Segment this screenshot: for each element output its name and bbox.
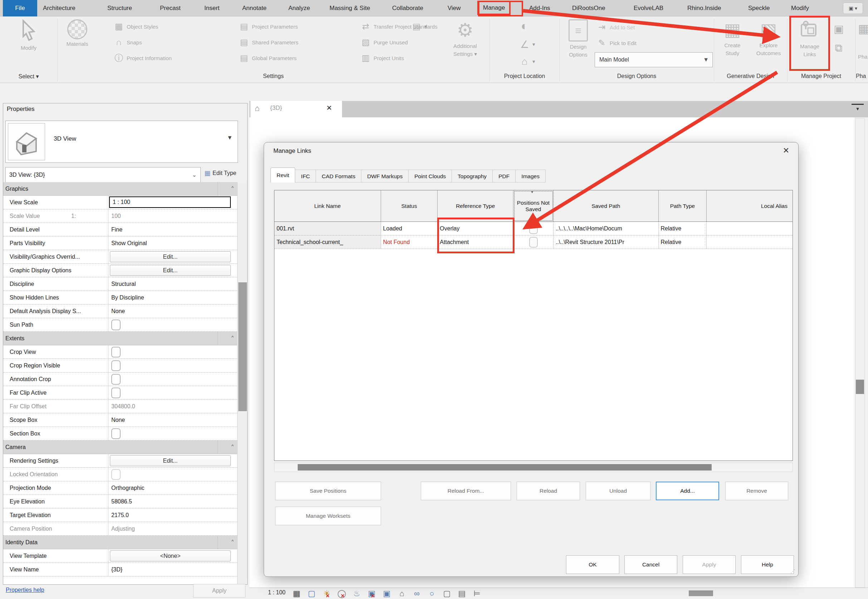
property-value-graphic-display-options[interactable]: Edit... — [108, 264, 237, 277]
dialog-tab-cad-formats[interactable]: CAD Formats — [316, 170, 361, 182]
property-value-visibility-graphics-overrid[interactable]: Edit... — [108, 250, 237, 263]
property-value-annotation-crop[interactable] — [108, 372, 237, 386]
property-value-discipline[interactable]: Structural — [108, 277, 237, 290]
property-button-view-template[interactable]: <None> — [110, 550, 231, 561]
create-study-button[interactable]: ▦ CreateStudy — [716, 19, 749, 57]
view-tab-3d[interactable]: ⌂ {3D} ✕ — [250, 101, 342, 117]
ribbon-item-global-parameters[interactable]: ▤Global Parameters — [239, 52, 296, 64]
close-icon[interactable]: ✕ — [326, 104, 332, 112]
edit-type-button[interactable]: ▦ Edit Type — [204, 169, 236, 177]
coordinates-dropdown[interactable]: ∠▾ — [519, 39, 535, 50]
properties-scrollbar[interactable] — [237, 182, 248, 584]
menu-tab-insert[interactable]: Insert — [204, 0, 220, 17]
property-button-graphic-display-options[interactable]: Edit... — [110, 265, 231, 276]
property-input-view-scale[interactable]: 1 : 100 — [109, 196, 231, 208]
menu-tab-manage[interactable]: Manage — [477, 1, 511, 15]
temp-hide-icon[interactable]: ∞ — [411, 588, 423, 599]
structural-settings-dropdown[interactable]: ▤▾ — [411, 21, 427, 32]
dialog-tab-ifc[interactable]: IFC — [295, 170, 316, 182]
sun-path-icon[interactable]: ☀✕ — [320, 588, 333, 599]
reveal-hidden-icon[interactable]: ○ — [426, 588, 438, 599]
cell-reference-type[interactable]: Attachment — [438, 235, 513, 249]
shadows-icon[interactable]: ◯✕ — [335, 588, 348, 599]
materials-button[interactable]: Materials — [60, 19, 95, 47]
menu-tab-evolvelab[interactable]: EvolveLAB — [634, 0, 663, 17]
property-value-section-box[interactable] — [108, 427, 237, 440]
collapse-chevron-icon[interactable]: ^ — [232, 443, 234, 449]
instance-selector[interactable]: 3D View: {3D} ⌄ — [5, 167, 201, 183]
checkbox-positions-not-saved[interactable] — [529, 223, 538, 234]
property-button-rendering-settings[interactable]: Edit... — [110, 455, 231, 466]
properties-help-link[interactable]: Properties help — [6, 587, 44, 593]
dialog-tab-pdf[interactable]: PDF — [493, 170, 516, 182]
reload-button[interactable]: Reload — [517, 482, 580, 500]
column-header-link-name[interactable]: Link Name — [274, 190, 381, 221]
property-value-show-hidden-lines[interactable]: By Discipline — [108, 291, 237, 304]
panel-label-select[interactable]: Select ▾ — [0, 73, 57, 82]
design-options-button[interactable]: ≡ DesignOptions — [563, 19, 594, 59]
scrollbar-thumb[interactable] — [238, 282, 247, 411]
menu-tab-structure[interactable]: Structure — [107, 0, 132, 17]
table-row-001-rvt[interactable]: 001.rvtLoadedOverlay..\..\..\..\Mac\Home… — [274, 222, 793, 235]
collapse-chevron-icon[interactable]: ^ — [232, 539, 234, 544]
ribbon-item-project-information[interactable]: ⓘProject Information — [114, 52, 172, 64]
property-value-view-name[interactable]: {3D} — [108, 563, 237, 576]
column-header-path-type[interactable]: Path Type — [659, 190, 707, 221]
menu-tab-precast[interactable]: Precast — [160, 0, 181, 17]
column-header-status[interactable]: Status — [381, 190, 438, 221]
dialog-tab-point-clouds[interactable]: Point Clouds — [409, 170, 452, 182]
checkbox-crop-view[interactable] — [111, 347, 120, 357]
lock-3d-icon[interactable]: ⌂ — [396, 588, 408, 599]
property-value-default-analysis-display-s[interactable]: None — [108, 304, 237, 318]
render-icon[interactable]: ♨ — [351, 588, 363, 599]
canvas-vertical-scrollbar[interactable] — [855, 118, 865, 587]
ribbon-item-shared-parameters[interactable]: ▤Shared Parameters — [239, 36, 298, 48]
property-value-camera-position[interactable]: Adjusting — [108, 522, 237, 535]
column-header-positions-not-saved[interactable]: Positions Not Saved — [513, 190, 554, 221]
cancel-button[interactable]: Cancel — [624, 555, 677, 574]
chevron-down-icon[interactable]: ▼ — [227, 134, 233, 141]
temp-view-props-icon[interactable]: ▢ — [441, 588, 453, 599]
close-icon[interactable]: ✕ — [780, 146, 792, 155]
property-value-scale-value[interactable]: 100 — [108, 209, 237, 223]
add-button[interactable]: Add... — [656, 482, 719, 500]
collapse-chevron-icon[interactable]: ^ — [232, 185, 234, 190]
additional-settings-button[interactable]: ⚙ Additional Settings ▾ — [444, 19, 487, 58]
menu-tab-view[interactable]: View — [448, 0, 461, 17]
resize-grip[interactable]: ⋰ — [790, 569, 796, 574]
property-value-far-clip-offset[interactable]: 304800.0 — [108, 400, 237, 413]
canvas-horizontal-scrollbar-thumb[interactable] — [689, 590, 713, 596]
displaced-elements-icon[interactable]: ▤ — [456, 588, 468, 599]
property-value-rendering-settings[interactable]: Edit... — [108, 454, 237, 467]
property-button-visibility-graphics-overrid[interactable]: Edit... — [110, 251, 231, 262]
ok-button[interactable]: OK — [566, 555, 619, 574]
detail-level-icon[interactable]: ▦ — [290, 588, 303, 599]
menu-tab-rhino-inside[interactable]: Rhino.Inside — [687, 0, 721, 17]
manage-images-button[interactable]: ▣ — [833, 23, 844, 35]
manage-worksets-button[interactable]: Manage Worksets — [275, 507, 381, 525]
position-dropdown[interactable]: ⌂▾ — [519, 56, 535, 67]
checkbox-annotation-crop[interactable] — [111, 374, 120, 385]
property-value-scope-box[interactable]: None — [108, 413, 237, 426]
dialog-tab-topography[interactable]: Topography — [452, 170, 493, 182]
show-crop-icon[interactable]: ▣ — [381, 588, 393, 599]
column-header-local-alias[interactable]: Local Alias — [707, 190, 793, 221]
ribbon-item-object-styles[interactable]: ▦Object Styles — [114, 21, 158, 32]
property-value-eye-elevation[interactable]: 58086.5 — [108, 495, 237, 508]
reload-from-button[interactable]: Reload From... — [421, 482, 511, 500]
property-value-target-elevation[interactable]: 2175.0 — [108, 509, 237, 522]
properties-apply-button[interactable]: Apply — [193, 584, 245, 597]
dialog-tab-revit[interactable]: Revit — [271, 167, 295, 182]
dialog-tab-images[interactable]: Images — [516, 170, 546, 182]
checkbox-far-clip-active[interactable] — [111, 388, 120, 398]
add-to-set-button[interactable]: ⇥Add to Set — [597, 21, 635, 33]
pick-to-edit-button[interactable]: ✎Pick to Edit — [597, 37, 636, 49]
menu-tab-add-ins[interactable]: Add-Ins — [529, 0, 550, 17]
ribbon-item-project-units[interactable]: ▥Project Units — [361, 52, 404, 64]
menu-tab-collaborate[interactable]: Collaborate — [392, 0, 423, 17]
help-button[interactable]: Help — [741, 555, 794, 574]
scale-button[interactable]: 1 : 100 — [268, 589, 286, 596]
menu-tab-architecture[interactable]: Architecture — [43, 0, 75, 17]
property-value-projection-mode[interactable]: Orthographic — [108, 481, 237, 495]
property-value-detail-level[interactable]: Fine — [108, 223, 237, 236]
